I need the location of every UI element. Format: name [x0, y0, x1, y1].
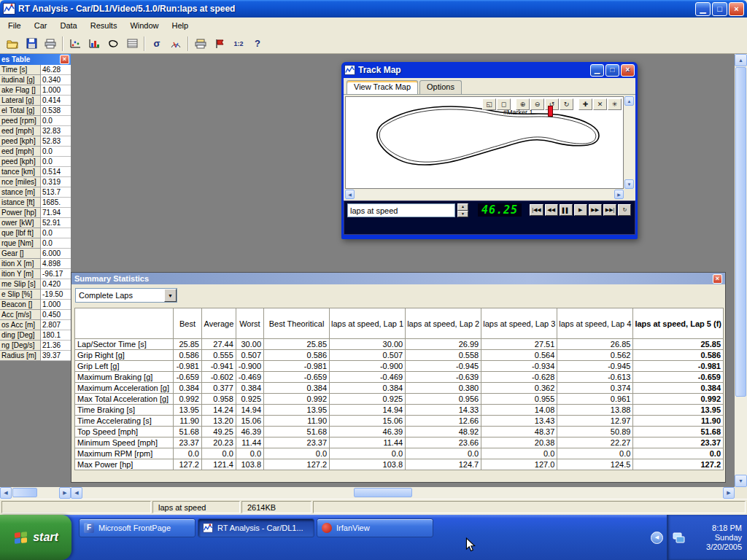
- summary-row[interactable]: Top Speed [mph]51.6849.2546.3951.6846.39…: [75, 427, 724, 438]
- summary-row[interactable]: Lap/Sector Time [s]25.8527.4430.0025.853…: [75, 339, 724, 350]
- values-row[interactable]: Radius [m]39.37: [0, 351, 71, 361]
- values-row[interactable]: ition Y [m]-96.17: [0, 269, 71, 279]
- open-button[interactable]: [3, 35, 22, 52]
- scroll-right-icon[interactable]: ▶: [723, 487, 735, 499]
- menu-car[interactable]: Car: [28, 19, 54, 32]
- marker-handle[interactable]: [548, 106, 553, 117]
- workspace-vertical-scrollbar[interactable]: ▲ ▼: [735, 54, 747, 487]
- values-row[interactable]: me Slip [s]0.420: [0, 279, 71, 289]
- menu-window[interactable]: Window: [123, 19, 165, 32]
- values-row[interactable]: peed [kph]52.83: [0, 136, 71, 147]
- sector-icon[interactable]: ✳: [608, 98, 622, 110]
- scroll-up-icon[interactable]: ▲: [624, 96, 634, 106]
- menu-data[interactable]: Data: [53, 19, 83, 32]
- task-rt-analysis[interactable]: RT Analysis - Car/DL1...: [198, 518, 314, 537]
- task-frontpage[interactable]: F Microsoft FrontPage: [79, 518, 196, 537]
- scroll-down-icon[interactable]: ▼: [735, 475, 747, 487]
- track-map-maximize-button[interactable]: □: [605, 64, 619, 77]
- track-map-button[interactable]: [104, 35, 123, 52]
- values-row[interactable]: Acc [m/s]0.450: [0, 310, 71, 320]
- values-row[interactable]: istance [ft]1685.: [0, 198, 71, 208]
- tray-network-icon[interactable]: [673, 532, 685, 543]
- values-row[interactable]: rque [Nm]0.0: [0, 238, 71, 249]
- values-row[interactable]: Gear []6.000: [0, 249, 71, 259]
- workspace-horizontal-scrollbar[interactable]: ◀ ▶: [71, 487, 735, 499]
- play-button[interactable]: ▶: [574, 204, 587, 216]
- values-row[interactable]: itudinal [g]0.340: [0, 75, 71, 85]
- maths-button[interactable]: 1:2: [229, 35, 248, 52]
- vertical-scroll-thumb[interactable]: [735, 67, 746, 397]
- clock[interactable]: 8:18 PM Sunday 3/20/2005: [706, 524, 742, 552]
- lap-filter-select[interactable]: Complete Laps ▼: [75, 288, 177, 303]
- save-button[interactable]: [22, 35, 41, 52]
- summary-row[interactable]: Max Power [hp]127.2121.4103.8127.2103.81…: [75, 459, 724, 470]
- values-table-close-button[interactable]: ×: [60, 55, 69, 64]
- menu-results[interactable]: Results: [84, 19, 124, 32]
- summary-row[interactable]: Maximum Acceleration [g]0.3840.3770.3840…: [75, 383, 724, 394]
- scroll-right-icon[interactable]: ▶: [59, 487, 71, 499]
- select-icon[interactable]: ◱: [482, 98, 496, 110]
- lap-marker-button[interactable]: [210, 35, 229, 52]
- values-row[interactable]: Power [hp]71.94: [0, 208, 71, 218]
- summary-row[interactable]: Grip Left [g]-0.981-0.941-0.900-0.981-0.…: [75, 361, 724, 372]
- values-row[interactable]: stance [m]513.7: [0, 187, 71, 198]
- fast-forward-button[interactable]: ▶▶: [589, 204, 602, 216]
- scroll-down-icon[interactable]: ▼: [624, 179, 634, 189]
- values-table-button[interactable]: [123, 35, 142, 52]
- run-select[interactable]: laps at speed: [347, 203, 455, 217]
- values-horizontal-scrollbar[interactable]: ◀ ▶: [0, 487, 71, 499]
- values-row[interactable]: ake Flag []1.000: [0, 85, 71, 96]
- menu-help[interactable]: Help: [166, 19, 196, 32]
- add-marker-icon[interactable]: ✚: [578, 98, 592, 110]
- close-button[interactable]: ×: [729, 2, 744, 16]
- track-map-canvas[interactable]: ◱◻⊕⊖↺↻✚✕✳ #Marker 1: [345, 96, 624, 189]
- values-scroll-thumb[interactable]: [12, 488, 37, 497]
- values-row[interactable]: ition X [m]4.898: [0, 259, 71, 269]
- scroll-right-icon[interactable]: ▶: [614, 190, 624, 199]
- summary-row[interactable]: Grip Right [g]0.5860.5550.5070.5860.5070…: [75, 350, 724, 361]
- tab-view-track-map[interactable]: View Track Map: [347, 80, 418, 94]
- values-row[interactable]: e Slip [%]-19.50: [0, 289, 71, 300]
- summary-row[interactable]: Maximum RPM [rpm]0.00.00.00.00.00.00.00.…: [75, 448, 724, 459]
- values-row[interactable]: ower [kW]52.91: [0, 218, 71, 228]
- minimize-button[interactable]: ▁: [695, 2, 711, 16]
- print-report-button[interactable]: [191, 35, 210, 52]
- summary-row[interactable]: Minimum Speed [mph]23.3720.2311.4423.371…: [75, 438, 724, 448]
- map-vertical-scrollbar[interactable]: ▲ ▼: [624, 96, 634, 189]
- values-row[interactable]: eed [mph]32.83: [0, 126, 71, 136]
- task-irfanview[interactable]: IrfanView: [317, 518, 433, 537]
- values-row[interactable]: el Total [g]0.538: [0, 106, 71, 116]
- values-row[interactable]: nce [miles]0.319: [0, 177, 71, 187]
- statistics-button[interactable]: σ: [147, 35, 166, 52]
- delete-marker-icon[interactable]: ✕: [593, 98, 607, 110]
- values-row[interactable]: que [lbf ft]0.0: [0, 228, 71, 238]
- track-map-titlebar[interactable]: Track Map ▁ □ ×: [344, 62, 635, 78]
- skip-start-button[interactable]: |◀◀: [530, 204, 543, 216]
- xy-plot-button[interactable]: [66, 35, 85, 52]
- scroll-left-icon[interactable]: ◀: [0, 487, 12, 499]
- hide-icons-chevron[interactable]: ◀: [651, 532, 663, 544]
- values-row[interactable]: ding [Deg]180.1: [0, 330, 71, 341]
- tab-options[interactable]: Options: [419, 80, 462, 94]
- skip-end-button[interactable]: ▶▶|: [603, 204, 617, 216]
- histogram-button[interactable]: [85, 35, 104, 52]
- pause-button[interactable]: ▌▌: [560, 204, 573, 216]
- values-row[interactable]: os Acc [m]2.807: [0, 320, 71, 330]
- summary-row[interactable]: Max Total Acceleration [g]0.9920.9580.92…: [75, 394, 724, 405]
- summary-row[interactable]: Time Braking [s]13.9514.2414.9413.9514.9…: [75, 405, 724, 416]
- summary-row[interactable]: Time Accelerating [s]11.9013.2015.0611.9…: [75, 416, 724, 427]
- values-row[interactable]: peed [rpm]0.0: [0, 116, 71, 126]
- values-row[interactable]: Time [s]46.28: [0, 65, 71, 75]
- loop-button[interactable]: ↻: [618, 204, 631, 216]
- summary-close-button[interactable]: ×: [713, 274, 722, 284]
- dropdown-arrow-icon[interactable]: ▼: [164, 289, 177, 302]
- maximize-button[interactable]: □: [712, 2, 727, 16]
- menu-file[interactable]: File: [1, 19, 28, 32]
- start-button[interactable]: start: [0, 515, 71, 560]
- values-row[interactable]: ng [Deg/s]21.36: [0, 341, 71, 351]
- values-row[interactable]: Lateral [g]0.414: [0, 96, 71, 106]
- rewind-button[interactable]: ◀◀: [545, 204, 558, 216]
- gauge-button[interactable]: [166, 35, 185, 52]
- track-map-minimize-button[interactable]: ▁: [590, 64, 604, 77]
- spin-down-icon[interactable]: ▼: [457, 211, 468, 218]
